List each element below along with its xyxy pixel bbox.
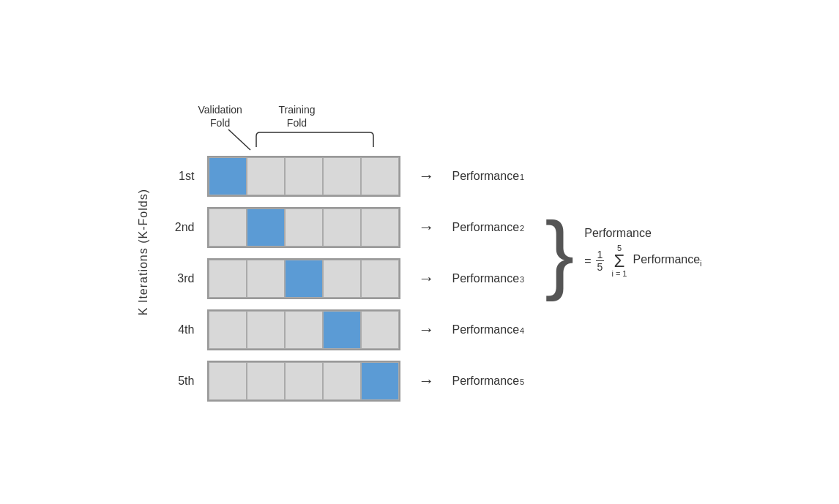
right-brace-area: } Performance = 1 5 5 Σ i = 1 Performanc… bbox=[539, 208, 701, 296]
fraction-denominator: 5 bbox=[596, 261, 605, 273]
fold-block-5-1 bbox=[209, 362, 247, 400]
fold-label-5: 5th bbox=[165, 375, 194, 388]
fold-label-1: 1st bbox=[165, 170, 194, 183]
fold-block-5-3 bbox=[285, 362, 323, 400]
sigma-lower-bound: i = 1 bbox=[611, 270, 627, 278]
sigma-notation: 5 Σ i = 1 bbox=[611, 244, 627, 278]
arrow-5: → bbox=[418, 372, 434, 391]
right-brace: } bbox=[545, 208, 574, 296]
main-content: ValidationFold TrainingFold 1st→Performa… bbox=[165, 103, 524, 402]
performance-label-5: Performance 5 bbox=[452, 375, 524, 388]
fraction-numerator: 1 bbox=[596, 249, 605, 261]
fold-block-5-2 bbox=[247, 362, 285, 400]
equals-sign: = bbox=[584, 255, 591, 268]
fraction: 1 5 bbox=[596, 249, 605, 273]
sigma-symbol: Σ bbox=[614, 252, 625, 270]
performance-label-4: Performance 4 bbox=[452, 323, 524, 336]
y-axis-label: K Iterations (K-Folds) bbox=[137, 189, 150, 315]
fold-label-2: 2nd bbox=[165, 221, 194, 234]
training-fold-label: TrainingFold bbox=[278, 103, 315, 129]
arrow-3: → bbox=[418, 269, 434, 288]
fold-blocks-4 bbox=[207, 309, 400, 350]
fold-label-4: 4th bbox=[165, 323, 194, 336]
fold-block-3-3 bbox=[285, 260, 323, 298]
fold-block-4-5 bbox=[361, 311, 399, 349]
formula-area: Performance = 1 5 5 Σ i = 1 Performancei bbox=[584, 227, 701, 278]
performance-label-1: Performance 1 bbox=[452, 170, 524, 183]
fold-block-2-1 bbox=[209, 208, 247, 247]
fold-block-4-1 bbox=[209, 311, 247, 349]
fold-block-2-4 bbox=[323, 208, 361, 247]
fold-blocks-1 bbox=[207, 156, 400, 197]
fold-block-3-5 bbox=[361, 260, 399, 298]
svg-line-0 bbox=[228, 129, 250, 150]
fold-block-1-3 bbox=[285, 157, 323, 195]
fold-blocks-2 bbox=[207, 207, 400, 248]
fold-row-3: 3rd→Performance 3 bbox=[165, 258, 524, 299]
arrow-1: → bbox=[418, 167, 434, 186]
formula-title: Performance bbox=[584, 227, 701, 240]
fold-block-2-2 bbox=[247, 208, 285, 247]
performance-label-2: Performance 2 bbox=[452, 221, 524, 234]
fold-block-4-2 bbox=[247, 311, 285, 349]
fold-block-1-1 bbox=[209, 157, 247, 195]
fold-block-5-4 bbox=[323, 362, 361, 400]
fold-block-5-5 bbox=[361, 362, 399, 400]
fold-row-4: 4th→Performance 4 bbox=[165, 309, 524, 350]
fold-block-2-5 bbox=[361, 208, 399, 247]
fold-block-1-5 bbox=[361, 157, 399, 195]
fold-row-2: 2nd→Performance 2 bbox=[165, 207, 524, 248]
fold-row-1: 1st→Performance 1 bbox=[165, 156, 524, 197]
formula-equation: = 1 5 5 Σ i = 1 Performancei bbox=[584, 244, 701, 278]
fold-block-3-1 bbox=[209, 260, 247, 298]
rows-area: 1st→Performance 12nd→Performance 23rd→Pe… bbox=[165, 156, 524, 402]
fold-block-2-3 bbox=[285, 208, 323, 247]
fold-block-1-4 bbox=[323, 157, 361, 195]
diagram-container: K Iterations (K-Folds) ValidationFold Tr… bbox=[137, 103, 701, 402]
fold-block-1-2 bbox=[247, 157, 285, 195]
fold-blocks-3 bbox=[207, 258, 400, 299]
arrow-4: → bbox=[418, 320, 434, 339]
fold-row-5: 5th→Performance 5 bbox=[165, 361, 524, 402]
fold-block-3-4 bbox=[323, 260, 361, 298]
fold-block-4-3 bbox=[285, 311, 323, 349]
formula-term: Performancei bbox=[633, 253, 702, 268]
performance-label-3: Performance 3 bbox=[452, 272, 524, 285]
fold-blocks-5 bbox=[207, 361, 400, 402]
fold-label-3: 3rd bbox=[165, 272, 194, 285]
validation-fold-label: ValidationFold bbox=[198, 103, 242, 129]
fold-block-3-2 bbox=[247, 260, 285, 298]
arrow-2: → bbox=[418, 218, 434, 237]
fold-block-4-4 bbox=[323, 311, 361, 349]
